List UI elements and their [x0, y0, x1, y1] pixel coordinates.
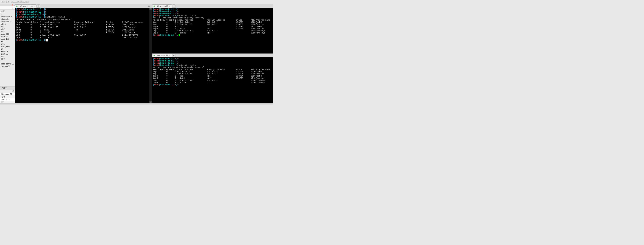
property-value: 会话 [0, 95, 15, 98]
tree-item[interactable]: ublic_linux [0, 45, 15, 48]
workspace: 1 k8s-master-10×+◀▶▾[root@k8s-master-10 … [15, 4, 273, 103]
terminal-output[interactable]: [root@k8s-node-11 ~]# [root@k8s-node-11 … [152, 58, 273, 103]
tree-item[interactable]: p-5 [0, 48, 15, 50]
tab-close-icon[interactable]: × [169, 55, 170, 57]
tree-header: 会话 [0, 10, 15, 13]
tab-menu-icon[interactable]: ▾ [151, 5, 152, 7]
tree-item[interactable]: k8s-master-10 [0, 16, 15, 18]
tree-item[interactable]: mcat-10 [0, 50, 15, 52]
terminal-tab[interactable]: 1 k8s-node-11× [152, 54, 172, 57]
tab-label: 1 k8s-node-12 [156, 5, 168, 7]
right-pane: 1 k8s-node-12×+◀▶▾[root@k8s-node-12 ~]# … [152, 4, 273, 103]
tab-label: 1 k8s-master-10 [18, 5, 32, 7]
tree-item[interactable]: cd-99 [0, 23, 15, 25]
tab-close-icon[interactable]: × [34, 5, 35, 7]
tab-label: 1 k8s-node-11 [156, 54, 168, 57]
status-dot-icon [16, 6, 18, 7]
tree-item[interactable]: k8s-node-11 [0, 18, 15, 20]
tree-item[interactable]: abbix-server-71 [0, 62, 15, 65]
tree-item[interactable]: p-52 [0, 28, 15, 30]
tab-nav: ◀▶▾ [147, 4, 152, 8]
terminal-output[interactable]: [root@k8s-master-10 ~]# [root@k8s-master… [15, 8, 149, 103]
property-value: 10.0.0.12 [0, 98, 15, 101]
app-root: 当前会话，点击左侧的箭头按钮。 📌 × 会话lsk8s-master-10k8s… [0, 0, 273, 104]
scroll-track[interactable] [150, 10, 152, 101]
tab-add-button[interactable]: + [37, 4, 40, 8]
terminal-body[interactable]: [root@k8s-master-10 ~]# [root@k8s-master… [15, 8, 152, 103]
sidebar: 📌 × 会话lsk8s-master-10k8s-node-11k8s-node… [0, 4, 15, 103]
tree-item[interactable]: x-proxy-72 [0, 65, 15, 68]
sidebar-toolbar: 📌 × [0, 4, 15, 6]
terminal-left: 1 k8s-master-10×+◀▶▾[root@k8s-master-10 … [15, 4, 152, 103]
terminal-output[interactable]: [root@k8s-node-12 ~]# [root@k8s-node-12 … [152, 8, 273, 54]
info-hint: 当前会话，点击左侧的箭头按钮。 [2, 1, 31, 3]
properties-panel: 12属性 值 k8s-node-12会话10.0.0.1222 [0, 86, 15, 103]
tree-item[interactable]: p-51 [0, 25, 15, 28]
tree-item[interactable]: ocker-201 [0, 35, 15, 38]
terminal-body[interactable]: [root@k8s-node-11 ~]# [root@k8s-node-11 … [152, 58, 273, 103]
tree-item[interactable]: eb-8 [0, 58, 15, 60]
tree-item[interactable]: p-53 [0, 30, 15, 33]
status-dot-icon [154, 6, 155, 7]
properties-col-value: 值 [0, 90, 15, 93]
status-dot-icon [154, 55, 155, 56]
info-bar: 当前会话，点击左侧的箭头按钮。 [0, 0, 273, 4]
search-icon [12, 7, 14, 9]
terminal-tab[interactable]: 1 k8s-node-12× [152, 4, 172, 8]
tab-next-icon[interactable]: ▶ [149, 5, 150, 7]
scroll-down-icon[interactable]: ▼ [150, 101, 152, 103]
scroll-up-icon[interactable]: ▲ [150, 8, 152, 10]
properties-rows: k8s-node-12会话10.0.0.1222 [0, 93, 15, 103]
tree-item[interactable]: k8s-node-12 [0, 20, 15, 23]
close-icon[interactable]: × [14, 4, 14, 6]
main-area: 📌 × 会话lsk8s-master-10k8s-node-11k8s-node… [0, 4, 273, 103]
tab-bar: 1 k8s-node-11×+◀▶▾ [152, 54, 273, 58]
status-bar [0, 103, 273, 104]
tree-item[interactable]: nkins-100 [0, 38, 15, 40]
scrollbar[interactable]: ▲▼ [150, 8, 152, 103]
tab-prev-icon[interactable]: ◀ [148, 5, 149, 7]
tab-add-button[interactable]: + [172, 4, 176, 8]
tree-item[interactable]: mcat-11 [0, 52, 15, 55]
properties-columns: 值 [0, 90, 15, 93]
tree-item[interactable]: p-61 [0, 43, 15, 45]
tree-item[interactable]: ls [0, 13, 15, 16]
tree-item[interactable]: l [0, 60, 15, 62]
tab-bar: 1 k8s-master-10×+◀▶▾ [15, 4, 152, 8]
property-value: k8s-node-12 [0, 93, 15, 95]
terminal-body[interactable]: [root@k8s-node-12 ~]# [root@k8s-node-12 … [152, 8, 273, 54]
pin-icon[interactable]: 📌 [11, 4, 13, 6]
tree-item[interactable]: eb-7 [0, 55, 15, 58]
left-pane: 1 k8s-master-10×+◀▶▾[root@k8s-master-10 … [15, 4, 152, 103]
tree-item[interactable]: m01 [0, 40, 15, 43]
cursor [46, 39, 48, 42]
tab-add-button[interactable]: + [172, 54, 176, 57]
terminal-bottom-right: 1 k8s-node-11×+◀▶▾[root@k8s-node-11 ~]# … [152, 54, 273, 104]
cursor [179, 34, 180, 36]
properties-title: 12属性 [0, 87, 15, 90]
tab-bar: 1 k8s-node-12×+◀▶▾ [152, 4, 273, 8]
property-value: 22 [0, 101, 15, 103]
terminal-top-right: 1 k8s-node-12×+◀▶▾[root@k8s-node-12 ~]# … [152, 4, 273, 54]
terminal-tab[interactable]: 1 k8s-master-10× [15, 4, 36, 8]
session-tree[interactable]: 会话lsk8s-master-10k8s-node-11k8s-node-12c… [0, 10, 15, 86]
tree-item[interactable]: ocker-200 [0, 33, 15, 35]
tab-close-icon[interactable]: × [169, 5, 170, 7]
sidebar-search[interactable] [0, 6, 15, 10]
